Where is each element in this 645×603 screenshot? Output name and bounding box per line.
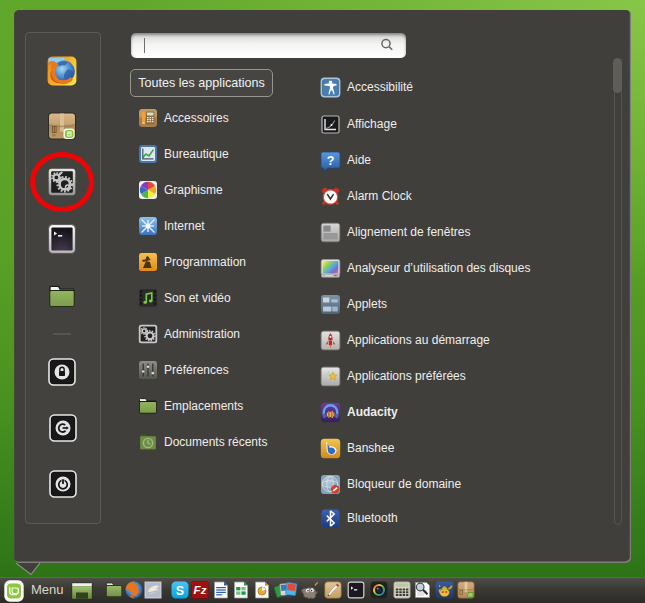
svg-text:XnView: XnView: [280, 595, 292, 599]
svg-text:S: S: [175, 584, 183, 598]
svg-text:?: ?: [327, 153, 335, 167]
svg-text:Fz: Fz: [194, 584, 207, 596]
